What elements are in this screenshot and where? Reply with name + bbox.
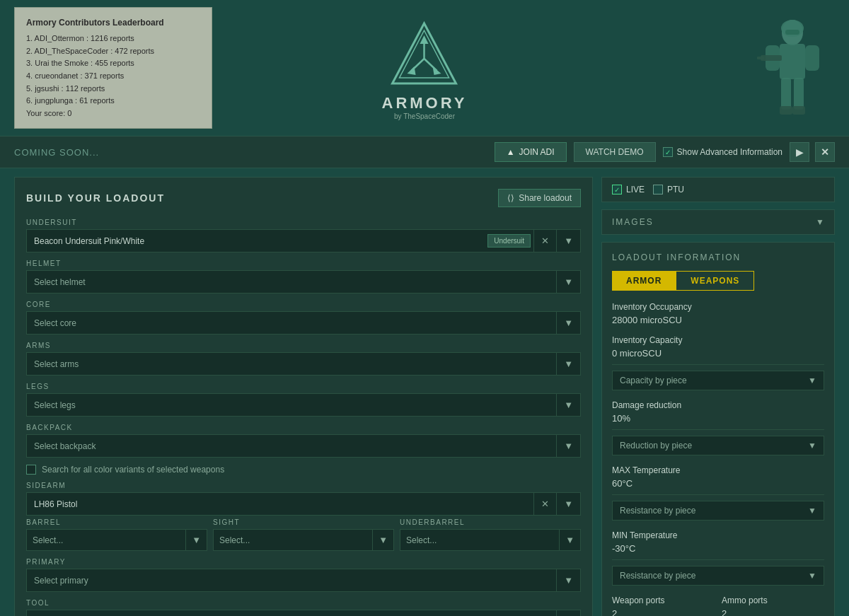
ptu-label: PTU [667,185,684,194]
legs-dropdown-arrow[interactable]: ▼ [556,394,580,416]
min-temp-divider [612,559,824,560]
tab-weapons[interactable]: WEAPONS [676,271,754,291]
backpack-select[interactable]: Select backpack ▼ [26,434,581,458]
capacity-dropdown-label: Capacity by piece [620,376,687,385]
sidearm-select[interactable]: LH86 Pistol ✕ ▼ [26,492,581,516]
loadout-info-panel: LOADOUT INFORMATION ARMOR WEAPONS Invent… [601,242,835,616]
max-temp-dropdown-label: Resistance by piece [620,506,695,516]
tool-label: TOOL [26,599,581,607]
ammo-ports-item: Ammo ports 2 [722,595,824,616]
underbarrel-dropdown-arrow[interactable]: ▼ [559,530,580,550]
soldier-image [750,18,835,117]
helmet-placeholder: Select helmet [27,272,556,293]
reduction-dropdown-arrow: ▼ [808,441,816,451]
loadout-info-title: LOADOUT INFORMATION [612,252,824,262]
join-adi-button[interactable]: ▲ JOIN ADI [495,142,567,162]
inventory-capacity-value: 0 microSCU [612,348,824,359]
nav-bar: COMING SOON... ▲ JOIN ADI WATCH DEMO Sho… [0,136,849,168]
inventory-capacity-label: Inventory Capacity [612,335,824,345]
panel-title: BUILD YOUR LOADOUT [26,192,165,204]
inventory-occupancy-label: Inventory Occupancy [612,302,824,312]
tool-dropdown-arrow[interactable]: ▼ [556,610,580,616]
sight-placeholder: Select... [214,530,372,550]
helmet-select[interactable]: Select helmet ▼ [26,270,581,294]
leaderboard-title: Armory Contributors Leaderboard [26,16,200,30]
damage-reduction-section: Damage reduction 10% Reduction by piece … [612,400,824,455]
sight-select[interactable]: Select... ▼ [213,529,394,551]
tab-armor[interactable]: ARMOR [612,271,676,291]
sidearm-clear-button[interactable]: ✕ [533,493,556,515]
build-loadout-panel: BUILD YOUR LOADOUT ⟨⟩ Share loadout UNDE… [14,177,593,616]
undersuit-select[interactable]: Beacon Undersuit Pink/White Undersuit ✕ … [26,229,581,252]
ptu-checkbox[interactable] [653,185,663,194]
barrel-column: BARREL Select... ▼ [26,518,207,551]
tool-select[interactable]: Select tool ▼ [26,610,581,616]
max-temp-divider [612,494,824,495]
leaderboard-entry-1: 1. ADI_Ottermon : 1216 reports [26,33,200,45]
live-label: LIVE [626,185,645,194]
undersuit-badge: Undersuit [487,234,531,248]
show-advanced-toggle[interactable]: Show Advanced Information [663,147,782,157]
ptu-option[interactable]: PTU [653,185,684,194]
min-temp-value: -30°C [612,543,824,554]
leaderboard-entry-4: 4. crueondanet : 371 reports [26,70,200,83]
backpack-dropdown-arrow[interactable]: ▼ [556,435,580,457]
min-temp-dropdown[interactable]: Resistance by piece ▼ [612,566,824,586]
max-temp-dropdown[interactable]: Resistance by piece ▼ [612,501,824,521]
arms-placeholder: Select arms [27,354,556,375]
svg-rect-17 [794,78,804,110]
live-option[interactable]: LIVE [612,185,645,194]
arms-label: ARMS [26,342,581,349]
live-checkbox[interactable] [612,185,622,194]
core-dropdown-arrow[interactable]: ▼ [556,312,580,334]
main-content: BUILD YOUR LOADOUT ⟨⟩ Share loadout UNDE… [0,168,849,616]
svg-rect-10 [785,30,799,35]
images-panel: IMAGES ▼ [601,209,835,235]
primary-placeholder: Select primary [27,570,556,591]
search-color-variants-checkbox[interactable] [26,465,36,475]
logo-area: ARMORY by TheSpaceCoder [382,16,468,120]
live-ptu-selector: LIVE PTU [601,177,835,202]
legs-select[interactable]: Select legs ▼ [26,393,581,417]
capacity-dropdown[interactable]: Capacity by piece ▼ [612,371,824,390]
reduction-dropdown-label: Reduction by piece [620,441,692,451]
damage-reduction-label: Damage reduction [612,400,824,410]
sight-dropdown-arrow[interactable]: ▼ [372,530,393,550]
reduction-dropdown[interactable]: Reduction by piece ▼ [612,436,824,455]
underbarrel-label: UNDERBARREL [400,518,581,526]
sight-label: SIGHT [213,518,394,526]
arms-dropdown-arrow[interactable]: ▼ [556,353,580,375]
primary-select[interactable]: Select primary ▼ [26,569,581,592]
watch-demo-button[interactable]: WATCH DEMO [574,142,656,162]
undersuit-value: Beacon Undersuit Pink/White [27,231,487,252]
show-advanced-checkbox[interactable] [663,147,673,157]
helmet-dropdown-arrow[interactable]: ▼ [556,271,580,293]
loadout-tabs: ARMOR WEAPONS [612,271,824,291]
weapon-ports-item: Weapon ports 2 [612,595,715,616]
core-select[interactable]: Select core ▼ [26,311,581,335]
share-loadout-button[interactable]: ⟨⟩ Share loadout [498,189,581,207]
images-expand-arrow[interactable]: ▼ [816,217,824,227]
youtube-icon[interactable]: ▶ [790,142,809,162]
arms-select[interactable]: Select arms ▼ [26,352,581,376]
ammo-ports-label: Ammo ports [722,595,824,605]
soldier-svg [750,18,835,117]
underbarrel-select[interactable]: Select... ▼ [400,529,581,551]
search-color-variants-row[interactable]: Search for all color variants of selecte… [26,465,581,475]
logo-icon [389,16,460,101]
legs-label: LEGS [26,383,581,390]
barrel-select[interactable]: Select... ▼ [26,529,207,551]
logo-name: ARMORY [382,94,468,112]
undersuit-clear-button[interactable]: ✕ [533,230,556,252]
images-header[interactable]: IMAGES ▼ [602,210,834,234]
legs-placeholder: Select legs [27,395,556,416]
svg-rect-15 [757,57,764,59]
svg-rect-16 [781,78,791,110]
barrel-dropdown-arrow[interactable]: ▼ [185,530,207,550]
primary-dropdown-arrow[interactable]: ▼ [556,569,580,591]
images-title: IMAGES [612,217,654,227]
twitter-x-icon[interactable]: ✕ [815,142,835,162]
backpack-placeholder: Select backpack [27,436,556,457]
sidearm-dropdown-arrow[interactable]: ▼ [556,493,580,515]
undersuit-dropdown-arrow[interactable]: ▼ [556,230,580,252]
